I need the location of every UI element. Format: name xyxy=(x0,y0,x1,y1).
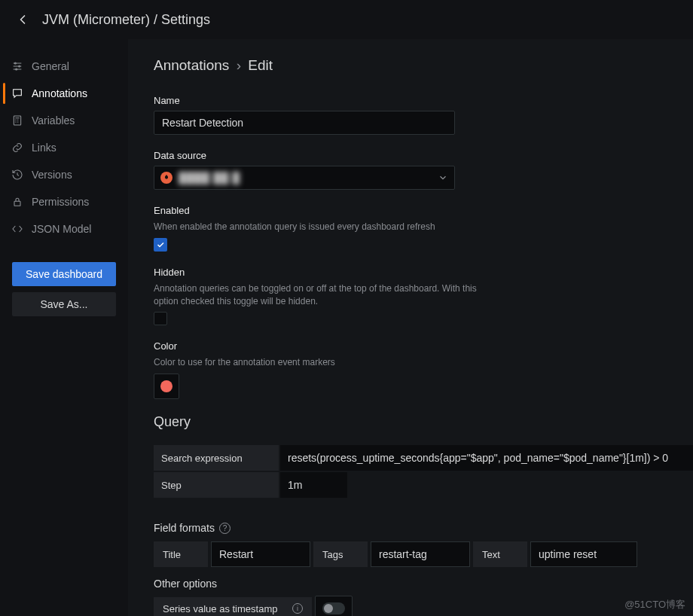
query-title: Query xyxy=(154,414,693,430)
help-icon[interactable]: ? xyxy=(219,523,230,534)
datasource-value: ████ ██ █ xyxy=(179,172,240,184)
sidebar-item-general[interactable]: General xyxy=(0,53,128,80)
field-formats-title: Field formats xyxy=(154,522,215,534)
svg-rect-4 xyxy=(14,201,20,206)
search-expression-label: Search expression xyxy=(154,445,279,471)
sidebar-item-annotations[interactable]: Annotations xyxy=(0,80,128,107)
sidebar-item-json-model[interactable]: JSON Model xyxy=(0,215,128,242)
sidebar-item-links[interactable]: Links xyxy=(0,134,128,161)
step-label: Step xyxy=(154,472,279,498)
ff-title-input[interactable] xyxy=(212,542,310,566)
history-icon xyxy=(11,168,24,181)
breadcrumb-leaf: Edit xyxy=(248,57,273,73)
sidebar-item-versions[interactable]: Versions xyxy=(0,161,128,188)
calculator-icon xyxy=(11,114,24,127)
name-input[interactable] xyxy=(154,111,455,135)
sidebar-item-label: General xyxy=(32,60,69,72)
save-as-button[interactable]: Save As... xyxy=(12,292,116,316)
ff-tags-label: Tags xyxy=(313,541,368,567)
svg-rect-3 xyxy=(14,116,20,125)
chevron-down-icon xyxy=(438,172,448,185)
info-icon[interactable]: i xyxy=(292,603,303,614)
back-button[interactable] xyxy=(12,9,33,30)
color-swatch-dot xyxy=(160,380,172,392)
watermark: @51CTO博客 xyxy=(624,598,685,611)
step-input[interactable] xyxy=(280,472,347,498)
sidebar-item-label: Links xyxy=(32,142,56,154)
save-dashboard-button[interactable]: Save dashboard xyxy=(12,262,116,286)
sidebar-item-label: Permissions xyxy=(32,196,89,208)
series-ts-label: Series value as timestamp xyxy=(163,603,277,614)
sidebar-item-variables[interactable]: Variables xyxy=(0,107,128,134)
link-icon xyxy=(11,141,24,154)
code-icon xyxy=(11,222,24,236)
sliders-icon xyxy=(11,59,24,73)
lock-icon xyxy=(11,195,24,209)
enabled-desc: When enabled the annotation query is iss… xyxy=(154,221,493,233)
enabled-checkbox[interactable] xyxy=(154,238,167,252)
sidebar-item-label: Variables xyxy=(32,114,75,127)
hidden-desc: Annotation queries can be toggled on or … xyxy=(154,282,493,308)
breadcrumb-root[interactable]: Annotations xyxy=(154,57,229,73)
comment-icon xyxy=(11,87,24,100)
hidden-checkbox[interactable] xyxy=(154,312,167,325)
color-desc: Color to use for the annotation event ma… xyxy=(154,356,493,369)
enabled-label: Enabled xyxy=(154,205,693,216)
ff-text-label: Text xyxy=(473,541,527,567)
ff-text-input[interactable] xyxy=(531,542,637,566)
sidebar-item-permissions[interactable]: Permissions xyxy=(0,188,128,215)
sidebar-item-label: Annotations xyxy=(32,87,87,99)
sidebar-item-label: JSON Model xyxy=(32,223,91,235)
settings-sidebar: General Annotations Variables Links Vers… xyxy=(0,39,128,616)
page-title: JVM (Micrometer) / Settings xyxy=(42,12,210,28)
ff-tags-input[interactable] xyxy=(371,542,469,566)
name-label: Name xyxy=(154,95,693,106)
series-ts-toggle[interactable] xyxy=(322,602,345,614)
datasource-select[interactable]: ████ ██ █ xyxy=(154,166,455,190)
other-options-title: Other options xyxy=(154,578,693,590)
datasource-label: Data source xyxy=(154,150,693,161)
hidden-label: Hidden xyxy=(154,267,693,278)
color-label: Color xyxy=(154,340,693,352)
prometheus-icon xyxy=(160,172,172,184)
search-expression-input[interactable] xyxy=(280,445,693,471)
ff-title-label: Title xyxy=(154,541,208,567)
color-picker[interactable] xyxy=(154,374,179,399)
sidebar-item-label: Versions xyxy=(32,169,72,181)
breadcrumb: Annotations › Edit xyxy=(154,57,693,74)
